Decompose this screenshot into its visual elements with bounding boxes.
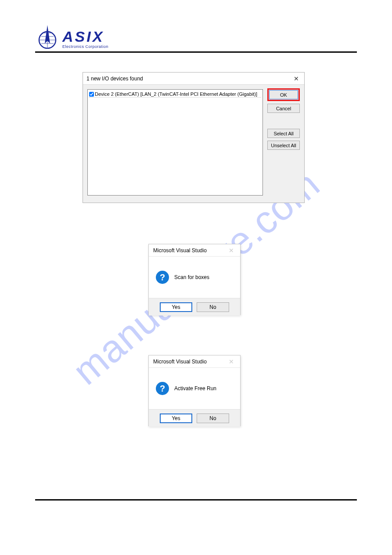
dialog-title: Microsoft Visual Studio (153, 355, 207, 368)
ok-button[interactable]: OK (269, 90, 298, 99)
select-all-button[interactable]: Select All (267, 129, 300, 138)
brand-tagline: Electronics Corporation (62, 44, 108, 49)
brand-name: ASIX (62, 30, 108, 44)
scan-boxes-dialog: Microsoft Visual Studio ✕ ? Scan for box… (148, 244, 241, 315)
yes-button[interactable]: Yes (160, 302, 192, 312)
close-icon[interactable]: ✕ (292, 73, 301, 85)
dialog-message: Activate Free Run (174, 385, 216, 392)
device-checkbox[interactable] (89, 92, 94, 97)
no-button[interactable]: No (197, 414, 229, 423)
no-button[interactable]: No (197, 302, 229, 312)
yes-button[interactable]: Yes (160, 414, 192, 423)
dialog-title: Microsoft Visual Studio (153, 244, 207, 257)
question-icon: ? (156, 271, 169, 284)
page-header: ASIX Electronics Corporation (35, 18, 357, 53)
close-icon[interactable]: ✕ (227, 355, 236, 368)
logo-block: ASIX Electronics Corporation (35, 24, 108, 49)
io-devices-dialog: 1 new I/O devices found ✕ Device 2 (Ethe… (83, 72, 305, 203)
asix-logo-icon (35, 24, 60, 49)
footer-divider (35, 499, 357, 501)
dialog-message: Scan for boxes (174, 274, 209, 280)
device-list: Device 2 (EtherCAT) [LAN_2 (TwinCAT-Inte… (87, 89, 263, 196)
dialog-title: 1 new I/O devices found (86, 73, 143, 85)
close-icon[interactable]: ✕ (227, 244, 236, 257)
device-row[interactable]: Device 2 (EtherCAT) [LAN_2 (TwinCAT-Inte… (89, 91, 261, 98)
question-icon: ? (156, 382, 169, 395)
free-run-dialog: Microsoft Visual Studio ✕ ? Activate Fre… (148, 355, 241, 426)
unselect-all-button[interactable]: Unselect All (267, 141, 300, 150)
device-label: Device 2 (EtherCAT) [LAN_2 (TwinCAT-Inte… (95, 91, 257, 97)
cancel-button[interactable]: Cancel (267, 104, 300, 113)
ok-highlight: OK (267, 88, 300, 101)
